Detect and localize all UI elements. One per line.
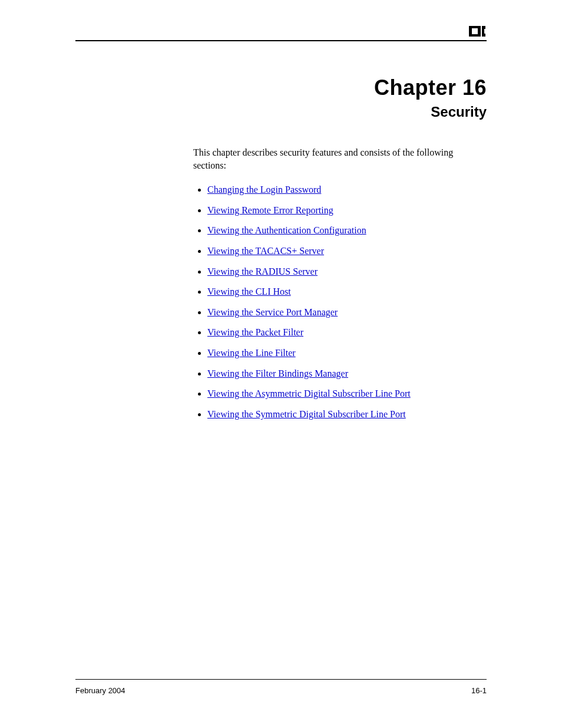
footer-date: February 2004 [75,686,125,695]
list-item: Viewing the Line Filter [207,343,487,364]
list-item: Viewing the CLI Host [207,282,487,302]
section-link[interactable]: Viewing the Service Port Manager [207,307,338,317]
chapter-intro: This chapter describes security features… [193,146,487,172]
svg-rect-3 [484,29,487,34]
page: Chapter 16 Security This chapter describ… [0,0,562,728]
list-item: Viewing the Service Port Manager [207,302,487,323]
brand-logo-icon [469,26,487,38]
section-link[interactable]: Viewing the Packet Filter [207,327,303,337]
section-link[interactable]: Viewing the CLI Host [207,286,291,297]
section-link[interactable]: Viewing the Authentication Configuration [207,225,366,235]
chapter-number: Chapter 16 [75,75,487,100]
section-link[interactable]: Viewing the Symmetric Digital Subscriber… [207,409,406,419]
section-link[interactable]: Viewing the Asymmetric Digital Subscribe… [207,388,411,398]
header-rule [75,40,487,41]
section-link[interactable]: Viewing the TACACS+ Server [207,246,324,256]
list-item: Viewing the Filter Bindings Manager [207,364,487,384]
list-item: Viewing Remote Error Reporting [207,200,487,221]
svg-rect-1 [472,28,478,34]
list-item: Viewing the Authentication Configuration [207,220,487,241]
list-item: Viewing the Asymmetric Digital Subscribe… [207,384,487,404]
section-link[interactable]: Changing the Login Password [207,185,321,195]
footer-page-number: 16-1 [471,686,487,695]
list-item: Viewing the Symmetric Digital Subscriber… [207,404,487,425]
section-link[interactable]: Viewing the RADIUS Server [207,266,318,276]
section-link[interactable]: Viewing Remote Error Reporting [207,205,333,215]
list-item: Viewing the TACACS+ Server [207,241,487,262]
footer-rule [75,679,487,680]
list-item: Viewing the RADIUS Server [207,262,487,282]
section-link[interactable]: Viewing the Line Filter [207,348,296,358]
list-item: Viewing the Packet Filter [207,322,487,343]
list-item: Changing the Login Password [207,180,487,200]
section-link-list: Changing the Login Password Viewing Remo… [193,180,487,424]
section-link[interactable]: Viewing the Filter Bindings Manager [207,368,348,378]
chapter-title: Security [75,104,487,120]
